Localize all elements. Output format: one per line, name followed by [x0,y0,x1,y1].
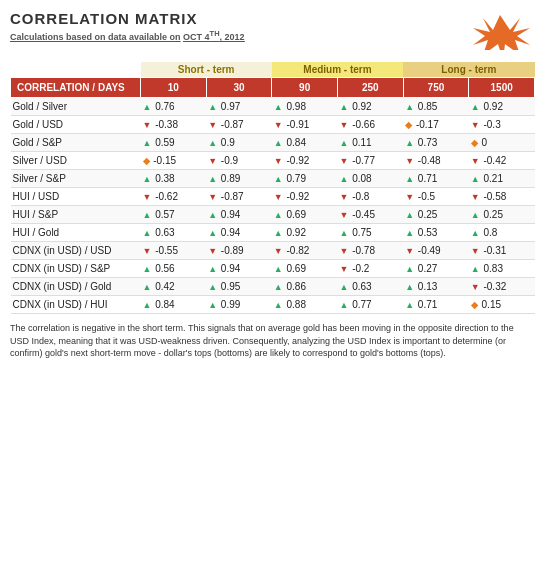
cell-value: 0.99 [218,299,240,310]
arrow-icon: ◆ [471,300,478,310]
arrow-icon: ▲ [339,174,348,184]
col-header-90: 90 [272,78,338,98]
cell-value: 0.25 [481,209,503,220]
cell-value: 0.92 [349,101,371,112]
arrow-icon: ▼ [274,246,283,256]
data-cell: ▲ 0.11 [337,134,403,152]
data-cell: ▼ -0.9 [206,152,272,170]
header: CORRELATION MATRIX Calculations based on… [10,10,535,54]
cell-value: -0.91 [284,119,310,130]
arrow-icon: ▼ [274,192,283,202]
arrow-icon: ▲ [339,102,348,112]
data-cell: ▲ 0.86 [272,278,338,296]
cell-value: -0.55 [152,245,178,256]
cell-value: -0.48 [415,155,441,166]
arrow-icon: ▼ [339,192,348,202]
arrow-icon: ▲ [339,138,348,148]
cell-value: -0.42 [481,155,507,166]
table-row: CDNX (in USD) / HUI▲ 0.84▲ 0.99▲ 0.88▲ 0… [11,296,535,314]
cell-value: 0.11 [349,137,371,148]
arrow-icon: ▼ [405,246,414,256]
table-row: Gold / USD▼ -0.38▼ -0.87▼ -0.91▼ -0.66◆ … [11,116,535,134]
table-row: CDNX (in USD) / Gold▲ 0.42▲ 0.95▲ 0.86▲ … [11,278,535,296]
cell-value: 0.94 [218,263,240,274]
cell-value: 0.76 [152,101,174,112]
data-cell: ▼ -0.82 [272,242,338,260]
arrow-icon: ▲ [405,264,414,274]
cell-value: 0.92 [481,101,503,112]
cell-value: -0.62 [152,191,178,202]
row-label: Silver / USD [11,152,141,170]
data-cell: ▼ -0.32 [469,278,535,296]
data-cell: ▲ 0.85 [403,98,469,116]
arrow-icon: ▼ [339,120,348,130]
table-row: HUI / USD▼ -0.62▼ -0.87▼ -0.92▼ -0.8▼ -0… [11,188,535,206]
row-label: Gold / Silver [11,98,141,116]
cell-value: 0.84 [284,137,306,148]
arrow-icon: ▼ [339,156,348,166]
arrow-icon: ▲ [274,228,283,238]
arrow-icon: ▲ [274,282,283,292]
cell-value: -0.89 [218,245,244,256]
data-cell: ◆ 0 [469,134,535,152]
cell-value: -0.31 [481,245,507,256]
cell-value: 0.21 [481,173,503,184]
data-cell: ▲ 0.92 [337,98,403,116]
arrow-icon: ▲ [471,102,480,112]
cell-value: 0.97 [218,101,240,112]
cell-value: -0.66 [349,119,375,130]
arrow-icon: ▼ [143,246,152,256]
data-cell: ▼ -0.2 [337,260,403,278]
data-cell: ◆ -0.15 [141,152,207,170]
group-header-row: Short - term Medium - term Long - term [11,62,535,78]
arrow-icon: ▲ [405,228,414,238]
cell-value: 0.79 [284,173,306,184]
data-cell: ▲ 0.84 [141,296,207,314]
table-row: HUI / S&P▲ 0.57▲ 0.94▲ 0.69▼ -0.45▲ 0.25… [11,206,535,224]
arrow-icon: ◆ [471,138,478,148]
cell-value: 0.85 [415,101,437,112]
arrow-icon: ▲ [274,210,283,220]
arrow-icon: ▲ [143,282,152,292]
cell-value: 0.84 [152,299,174,310]
arrow-icon: ▲ [208,228,217,238]
row-label: Gold / S&P [11,134,141,152]
cell-value: -0.3 [481,119,501,130]
data-cell: ▼ -0.49 [403,242,469,260]
arrow-icon: ▲ [339,282,348,292]
arrow-icon: ▲ [208,138,217,148]
arrow-icon: ▼ [339,246,348,256]
table-row: Silver / S&P▲ 0.38▲ 0.89▲ 0.79▲ 0.08▲ 0.… [11,170,535,188]
arrow-icon: ▲ [143,300,152,310]
data-cell: ▲ 0.71 [403,170,469,188]
arrow-icon: ▼ [208,192,217,202]
row-label: HUI / S&P [11,206,141,224]
arrow-icon: ▲ [208,264,217,274]
data-cell: ▲ 0.69 [272,260,338,278]
arrow-icon: ▼ [339,210,348,220]
cell-value: 0.13 [415,281,437,292]
arrow-icon: ▲ [143,102,152,112]
data-cell: ▼ -0.66 [337,116,403,134]
footer-text: The correlation is negative in the short… [10,322,535,360]
data-cell: ▼ -0.89 [206,242,272,260]
data-cell: ▲ 0.97 [206,98,272,116]
data-cell: ▲ 0.84 [272,134,338,152]
data-cell: ◆ 0.15 [469,296,535,314]
arrow-icon: ▼ [274,120,283,130]
cell-value: -0.77 [349,155,375,166]
cell-value: 0.38 [152,173,174,184]
correlation-table: Short - term Medium - term Long - term C… [10,62,535,314]
row-label: CDNX (in USD) / USD [11,242,141,260]
cell-value: 0.75 [349,227,371,238]
data-cell: ▼ -0.62 [141,188,207,206]
cell-value: 0.57 [152,209,174,220]
page-container: CORRELATION MATRIX Calculations based on… [10,10,535,360]
data-cell: ▼ -0.92 [272,188,338,206]
cell-value: -0.82 [284,245,310,256]
data-cell: ▼ -0.55 [141,242,207,260]
group-header-empty [11,62,141,78]
group-header-long: Long - term [403,62,534,78]
data-cell: ▲ 0.42 [141,278,207,296]
table-row: Silver / USD◆ -0.15▼ -0.9▼ -0.92▼ -0.77▼… [11,152,535,170]
